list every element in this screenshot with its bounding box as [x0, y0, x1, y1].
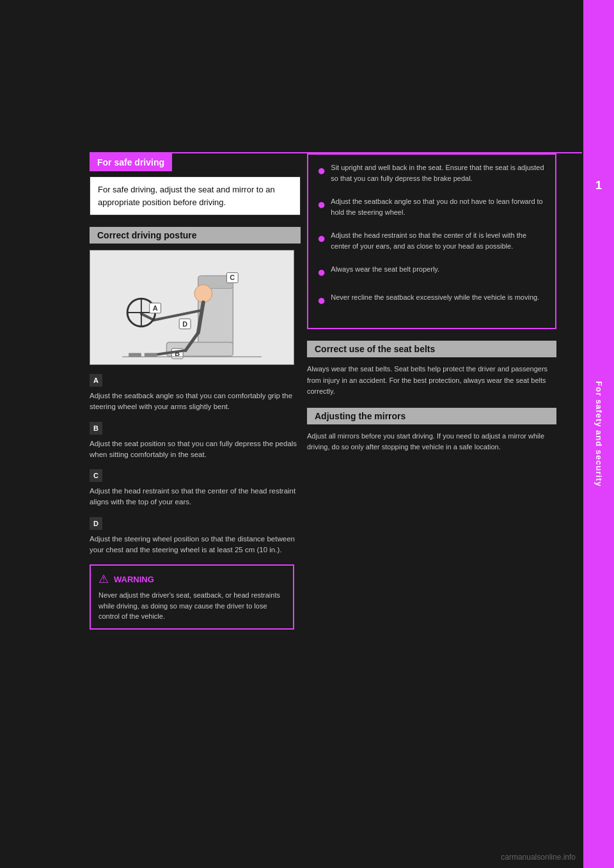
bullet-item-1: ● Sit upright and well back in the seat.…: [317, 162, 546, 183]
bullet-text-5: Never recline the seatback excessively w…: [331, 292, 546, 303]
sidebar-label: For safety and security: [594, 381, 604, 486]
label-c-text: Adjust the head restraint so that the ce…: [90, 486, 301, 508]
warning-triangle-icon: ⚠: [98, 572, 109, 586]
bullet-dot-3: ●: [317, 231, 326, 245]
watermark: carmanualsonline.info: [501, 853, 576, 862]
label-a-block: A Adjust the seatback angle so that you …: [90, 374, 301, 413]
top-black-area: [0, 0, 583, 152]
label-a-text: Adjust the seatback angle so that you ca…: [90, 391, 301, 413]
warning-header: ⚠ WARNING: [98, 572, 285, 586]
intro-text: For safe driving, adjust the seat and mi…: [98, 185, 275, 207]
bullet-dot-1: ●: [317, 164, 326, 178]
bullet-dot-4: ●: [317, 265, 326, 279]
svg-text:A: A: [153, 304, 158, 312]
bullet-text-2: Adjust the seatback angle so that you do…: [331, 196, 546, 217]
svg-rect-23: [129, 353, 141, 357]
bullet-text-3: Adjust the head restraint so that the ce…: [331, 230, 546, 251]
right-sidebar: 1 For safety and security: [583, 0, 614, 868]
seat-belts-header: Correct use of the seat belts: [307, 341, 556, 357]
driving-diagram: C B: [90, 250, 294, 365]
label-d-text: Adjust the steering wheel position so th…: [90, 534, 301, 556]
warning-title: WARNING: [114, 575, 154, 584]
bullet-item-3: ● Adjust the head restraint so that the …: [317, 230, 546, 251]
right-bullet-box: ● Sit upright and well back in the seat.…: [307, 153, 556, 329]
adjusting-mirrors-text: Adjust all mirrors before you start driv…: [307, 431, 556, 453]
intro-text-box: For safe driving, adjust the seat and mi…: [90, 176, 301, 215]
label-d-block: D Adjust the steering wheel position so …: [90, 517, 301, 556]
left-column: For safe driving For safe driving, adjus…: [90, 153, 301, 630]
svg-text:D: D: [182, 320, 187, 328]
label-a-icon: A: [90, 374, 102, 387]
svg-point-8: [194, 284, 212, 302]
label-b-icon: B: [90, 422, 102, 435]
label-d-icon: D: [90, 517, 102, 530]
bullet-text-1: Sit upright and well back in the seat. E…: [331, 162, 546, 183]
seat-belts-text: Always wear the seat belts. Seat belts h…: [307, 364, 556, 398]
bullet-dot-5: ●: [317, 293, 326, 307]
bullet-item-4: ● Always wear the seat belt properly.: [317, 264, 546, 279]
label-c-block: C Adjust the head restraint so that the …: [90, 469, 301, 508]
for-safe-driving-header: For safe driving: [90, 153, 172, 171]
bullet-text-4: Always wear the seat belt properly.: [331, 264, 546, 275]
chapter-number: 1: [595, 179, 602, 192]
warning-box: ⚠ WARNING Never adjust the driver's seat…: [90, 564, 294, 630]
main-content: For safe driving For safe driving, adjus…: [90, 153, 582, 844]
bullet-item-2: ● Adjust the seatback angle so that you …: [317, 196, 546, 217]
warning-text: Never adjust the driver's seat, seatback…: [98, 590, 285, 622]
page-container: 1 For safety and security For safe drivi…: [0, 0, 614, 868]
correct-driving-posture-header: Correct driving posture: [90, 227, 301, 244]
svg-rect-22: [145, 353, 157, 357]
adjusting-mirrors-header: Adjusting the mirrors: [307, 408, 556, 424]
label-c-icon: C: [90, 469, 102, 482]
bullet-item-5: ● Never recline the seatback excessively…: [317, 292, 546, 307]
right-column: ● Sit upright and well back in the seat.…: [307, 153, 556, 463]
bullet-dot-2: ●: [317, 198, 326, 212]
label-b-block: B Adjust the seat position so that you c…: [90, 422, 301, 461]
label-b-text: Adjust the seat position so that you can…: [90, 438, 301, 461]
svg-text:C: C: [230, 274, 235, 281]
driver-illustration: C B: [90, 251, 294, 364]
